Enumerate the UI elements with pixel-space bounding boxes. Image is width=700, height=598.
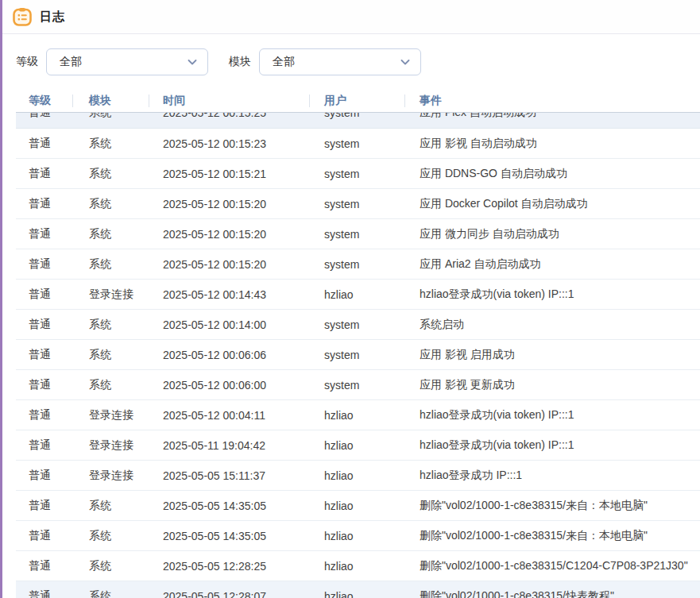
cell-user: hzliao <box>310 530 405 542</box>
column-header-level: 等级 <box>16 90 73 112</box>
cell-event: 删除"vol02/1000-1-c8e38315/C1204-C7P08-3P2… <box>405 559 700 573</box>
scroll-clipped-row-viewport: 普通 系统 2025-05-12 00:15:25 system 应用 Plex… <box>16 113 700 129</box>
table-row[interactable]: 普通 系统 2025-05-12 00:15:20 system 应用 Dock… <box>16 189 700 219</box>
table-row[interactable]: 普通 登录连接 2025-05-05 15:11:37 hzliao hzlia… <box>16 461 700 491</box>
level-filter-label: 等级 <box>16 55 38 69</box>
cell-module: 系统 <box>73 499 149 513</box>
page-title: 日志 <box>40 10 65 25</box>
table-row[interactable]: 普通 系统 2025-05-12 00:15:23 system 应用 影视 自… <box>16 129 700 159</box>
cell-event: hzliao登录成功(via token) IP:::1 <box>405 408 700 422</box>
cell-time: 2025-05-12 00:15:20 <box>149 198 310 210</box>
cell-time: 2025-05-12 00:15:25 <box>149 113 310 119</box>
cell-time: 2025-05-11 19:04:42 <box>149 439 310 452</box>
table-row[interactable]: 普通 登录连接 2025-05-12 00:04:11 hzliao hzlia… <box>16 400 700 430</box>
table-row[interactable]: 普通 系统 2025-05-12 00:15:25 system 应用 Plex… <box>16 113 700 127</box>
cell-user: hzliao <box>310 560 405 573</box>
cell-user: system <box>310 349 405 361</box>
cell-module: 登录连接 <box>73 469 149 483</box>
cell-time: 2025-05-12 00:06:06 <box>149 349 310 361</box>
cell-user: system <box>310 258 405 271</box>
cell-time: 2025-05-12 00:14:00 <box>149 318 310 331</box>
table-row[interactable]: 普通 系统 2025-05-12 00:06:00 system 应用 影视 更… <box>16 370 700 400</box>
cell-module: 登录连接 <box>73 287 149 302</box>
cell-module: 登录连接 <box>73 438 149 453</box>
cell-event: 删除"vol02/1000-1-c8e38315/来自：本地电脑" <box>405 499 700 513</box>
level-filter-value: 全部 <box>60 55 82 69</box>
cell-module: 系统 <box>73 318 149 332</box>
log-table-header: 等级 模块 时间 用户 事件 <box>16 90 700 113</box>
cell-level: 普通 <box>16 469 73 483</box>
cell-level: 普通 <box>16 438 73 453</box>
cell-level: 普通 <box>16 378 73 392</box>
cell-level: 普通 <box>16 529 73 543</box>
cell-user: hzliao <box>310 469 405 482</box>
table-row[interactable]: 普通 登录连接 2025-05-11 19:04:42 hzliao hzlia… <box>16 430 700 461</box>
cell-event: 系统启动 <box>405 318 700 332</box>
cell-event: hzliao登录成功 IP:::1 <box>405 469 700 483</box>
cell-event: 应用 影视 自动启动成功 <box>405 137 700 151</box>
module-filter-select[interactable]: 全部 <box>259 48 421 75</box>
cell-event: 应用 影视 启用成功 <box>405 348 700 362</box>
cell-module: 系统 <box>73 167 149 181</box>
cell-user: hzliao <box>310 500 405 512</box>
cell-module: 登录连接 <box>73 408 149 422</box>
page-header: 日志 <box>0 0 700 34</box>
cell-module: 系统 <box>73 257 149 272</box>
cell-user: system <box>310 318 405 331</box>
cell-level: 普通 <box>16 167 73 181</box>
cell-module: 系统 <box>73 113 149 120</box>
table-row[interactable]: 普通 系统 2025-05-12 00:14:00 system 系统启动 <box>16 310 700 340</box>
cell-event: 应用 DDNS-GO 自动启动成功 <box>405 167 700 181</box>
cell-time: 2025-05-05 12:28:25 <box>149 560 310 573</box>
cell-time: 2025-05-05 15:11:37 <box>149 469 310 482</box>
cell-event: hzliao登录成功(via token) IP:::1 <box>405 438 700 453</box>
cell-user: system <box>310 168 405 180</box>
cell-event: 应用 Docker Copilot 自动启动成功 <box>405 197 700 211</box>
cell-level: 普通 <box>16 589 73 598</box>
cell-time: 2025-05-05 12:28:07 <box>149 590 310 598</box>
module-filter-value: 全部 <box>273 55 295 69</box>
cell-level: 普通 <box>16 257 73 272</box>
filter-bar: 等级 全部 模块 全部 <box>0 34 700 88</box>
table-row[interactable]: 普通 系统 2025-05-12 00:15:20 system 应用 Aria… <box>16 249 700 280</box>
column-header-module: 模块 <box>73 90 149 112</box>
table-row[interactable]: 普通 系统 2025-05-12 00:15:21 system 应用 DDNS… <box>16 159 700 189</box>
cell-level: 普通 <box>16 348 73 362</box>
module-filter-label: 模块 <box>229 55 251 69</box>
log-table: 等级 模块 时间 用户 事件 普通 系统 2025-05-12 00:15:25… <box>16 90 700 598</box>
cell-event: 应用 Aria2 自动启动成功 <box>405 257 700 272</box>
table-row[interactable]: 普通 系统 2025-05-05 14:35:05 hzliao 删除"vol0… <box>16 491 700 521</box>
window-edge-accent <box>0 0 2 598</box>
cell-time: 2025-05-12 00:15:20 <box>149 228 310 241</box>
cell-level: 普通 <box>16 113 73 120</box>
cell-event: 删除"vol02/1000-1-c8e38315/来自：本地电脑" <box>405 529 700 543</box>
cell-module: 系统 <box>73 348 149 362</box>
level-filter-select[interactable]: 全部 <box>46 48 208 75</box>
cell-time: 2025-05-12 00:06:00 <box>149 379 310 392</box>
cell-module: 系统 <box>73 559 149 573</box>
table-row[interactable]: 普通 系统 2025-05-05 12:28:25 hzliao 删除"vol0… <box>16 551 700 581</box>
cell-time: 2025-05-12 00:04:11 <box>149 409 310 422</box>
level-filter-group: 等级 全部 <box>16 48 208 75</box>
cell-time: 2025-05-12 00:14:43 <box>149 288 310 301</box>
table-row[interactable]: 普通 系统 2025-05-05 14:35:05 hzliao 删除"vol0… <box>16 521 700 551</box>
cell-event: hzliao登录成功(via token) IP:::1 <box>405 287 700 302</box>
cell-user: system <box>310 198 405 210</box>
cell-user: hzliao <box>310 590 405 598</box>
cell-level: 普通 <box>16 137 73 151</box>
chevron-down-icon <box>187 56 198 68</box>
column-header-time: 时间 <box>149 90 310 112</box>
cell-event: 应用 Plex 自动启动成功 <box>405 113 700 120</box>
cell-level: 普通 <box>16 408 73 422</box>
table-row[interactable]: 普通 登录连接 2025-05-12 00:14:43 hzliao hzlia… <box>16 280 700 310</box>
table-row[interactable]: 普通 系统 2025-05-12 00:06:06 system 应用 影视 启… <box>16 340 700 370</box>
table-row[interactable]: 普通 系统 2025-05-05 12:28:07 hzliao 删除"vol0… <box>16 581 700 598</box>
cell-time: 2025-05-05 14:35:05 <box>149 530 310 542</box>
cell-level: 普通 <box>16 287 73 302</box>
column-header-user: 用户 <box>310 90 405 112</box>
cell-time: 2025-05-12 00:15:21 <box>149 168 310 180</box>
cell-user: system <box>310 137 405 150</box>
table-row[interactable]: 普通 系统 2025-05-12 00:15:20 system 应用 微力同步… <box>16 219 700 249</box>
cell-level: 普通 <box>16 318 73 332</box>
cell-module: 系统 <box>73 589 149 598</box>
